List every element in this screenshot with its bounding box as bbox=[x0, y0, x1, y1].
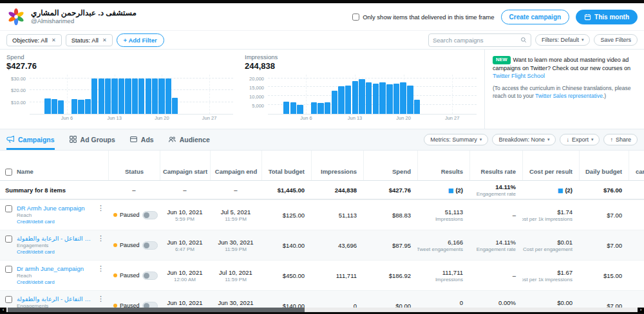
search-input[interactable] bbox=[433, 37, 520, 44]
account-handle: @Almisharimed bbox=[31, 17, 137, 24]
header-actions: Only show items that delivered in this t… bbox=[352, 10, 638, 24]
new-badge: NEW bbox=[493, 56, 511, 64]
metrics-button[interactable]: Metrics: Summary ▾ bbox=[424, 134, 488, 145]
filters-default-button[interactable]: Filters: Default ▾ bbox=[535, 34, 591, 46]
select-all-checkbox[interactable] bbox=[5, 169, 12, 176]
x-tick-label: Jun 13 bbox=[107, 115, 122, 121]
status-toggle[interactable] bbox=[142, 272, 158, 280]
account-logo bbox=[6, 7, 26, 26]
cell-status: Paused bbox=[108, 230, 160, 260]
chart-bar bbox=[99, 78, 104, 114]
column-header-name[interactable]: Name bbox=[0, 151, 108, 180]
cell-value: $186.92 bbox=[389, 272, 411, 279]
row-menu-icon[interactable]: ⋮ bbox=[96, 265, 108, 272]
tab-ads[interactable]: Ads bbox=[129, 129, 154, 150]
ads-icon bbox=[129, 135, 138, 143]
funding-source-link[interactable]: Credit/debit card bbox=[17, 219, 91, 225]
chart-bar bbox=[125, 78, 131, 114]
horizontal-scrollbar[interactable]: ‹ › bbox=[0, 308, 644, 314]
cell-sublabel: 6:47 PM bbox=[175, 246, 194, 252]
column-header-impressions[interactable]: Impressions bbox=[311, 151, 363, 180]
row-checkbox[interactable] bbox=[5, 266, 12, 273]
cell-start: Jun 10, 202112:00 AM bbox=[160, 261, 210, 290]
column-header-spend[interactable]: Spend bbox=[363, 151, 417, 180]
column-header-extra[interactable]: can bbox=[629, 151, 644, 180]
row-menu-icon[interactable]: ⋮ bbox=[96, 205, 108, 212]
tab-ad-groups[interactable]: Ad Groups bbox=[69, 129, 115, 150]
cell-value: – bbox=[132, 187, 135, 194]
time-range-label: This month bbox=[594, 14, 629, 21]
add-filter-button[interactable]: + Add Filter bbox=[117, 33, 164, 47]
campaign-objective: Reach bbox=[17, 273, 91, 279]
campaign-name-link[interactable]: DR Armh June campaign bbox=[17, 205, 91, 212]
row-menu-icon[interactable]: ⋮ bbox=[96, 235, 108, 242]
name-block: Dr armh June_campaignReachCredit/debit c… bbox=[17, 265, 91, 285]
scrollbar-track[interactable] bbox=[6, 308, 638, 312]
breakdown-button[interactable]: Breakdown: None ▾ bbox=[492, 134, 556, 145]
tab-campaigns[interactable]: Campaigns bbox=[6, 129, 55, 150]
column-header-rate[interactable]: Results rate bbox=[469, 151, 522, 180]
create-campaign-button[interactable]: Create campaign bbox=[501, 10, 570, 24]
summary-label: Summary for 8 items bbox=[0, 181, 108, 199]
tab-label: Campaigns bbox=[18, 136, 55, 143]
column-header-status[interactable]: Status bbox=[108, 151, 160, 180]
save-filters-button[interactable]: Save Filters bbox=[594, 34, 638, 46]
cell-extra bbox=[629, 261, 644, 290]
row-checkbox[interactable] bbox=[5, 205, 12, 212]
column-header-budget[interactable]: Total budget bbox=[261, 151, 311, 180]
tab-audience[interactable]: Audience bbox=[168, 129, 210, 150]
x-axis: Jun 6Jun 13Jun 20Jun 27 bbox=[268, 114, 477, 122]
cell-value: 6,166 bbox=[448, 239, 463, 246]
scrollbar-thumb[interactable] bbox=[8, 308, 305, 312]
row-checkbox[interactable] bbox=[5, 296, 12, 303]
column-header-results[interactable]: Results bbox=[417, 151, 469, 180]
cell-daily: $76.00 bbox=[579, 181, 629, 199]
chevron-down-icon: ▾ bbox=[480, 137, 482, 142]
delivered-label: Only show items that delivered in this t… bbox=[363, 14, 494, 21]
scroll-right-icon[interactable]: › bbox=[638, 308, 644, 313]
scroll-left-icon[interactable]: ‹ bbox=[0, 308, 6, 313]
cell-daily: $15.00 bbox=[579, 261, 629, 290]
chart-bar bbox=[393, 84, 399, 114]
cell-start: Jun 10, 20215:59 PM bbox=[160, 200, 210, 230]
column-header-daily[interactable]: Daily budget bbox=[579, 151, 629, 180]
campaign-name-link[interactable]: حملة التفاعل - الرعاية والطفولة bbox=[17, 235, 91, 242]
status-toggle[interactable] bbox=[142, 241, 158, 250]
sales-rep-link[interactable]: Twitter Sales representative bbox=[535, 93, 603, 99]
filter-chip-objective[interactable]: Objective: All ✕ bbox=[6, 34, 62, 46]
delivered-filter[interactable]: Only show items that delivered in this t… bbox=[352, 14, 494, 21]
chart-bar bbox=[311, 102, 317, 114]
row-menu-icon[interactable]: ⋮ bbox=[96, 295, 108, 302]
row-checkbox[interactable] bbox=[5, 236, 12, 243]
cell-value: $0.00 bbox=[557, 299, 573, 306]
column-header-start[interactable]: Campaign start bbox=[160, 151, 210, 180]
search-box[interactable] bbox=[428, 33, 531, 47]
y-tick-label: $30.00 bbox=[11, 75, 26, 81]
time-range-button[interactable]: This month bbox=[576, 10, 638, 24]
cell-name: Dr armh June_campaignReachCredit/debit c… bbox=[0, 261, 108, 290]
chart-bar bbox=[407, 86, 413, 114]
status-toggle[interactable] bbox=[142, 211, 158, 219]
breakdown-label: Breakdown: None bbox=[498, 136, 545, 143]
delivered-checkbox[interactable] bbox=[352, 14, 359, 21]
bars bbox=[268, 75, 477, 114]
remove-filter-icon[interactable]: ✕ bbox=[52, 37, 56, 43]
funding-source-link[interactable]: Credit/debit card bbox=[17, 249, 91, 255]
campaign-name-link[interactable]: Dr armh June_campaign bbox=[17, 265, 91, 272]
flight-school-link[interactable]: Twitter Flight School bbox=[493, 73, 545, 79]
filter-chip-status[interactable]: Status: All ✕ bbox=[66, 34, 113, 46]
y-axis: 5,00010,00015,00020,000 bbox=[245, 75, 268, 115]
filter-chip-label: Objective: All bbox=[12, 37, 48, 44]
y-tick-label: 10,000 bbox=[249, 93, 264, 99]
table-body: Summary for 8 items–––$1,445.00244,838$4… bbox=[0, 180, 644, 314]
share-button[interactable]: ↑ Share bbox=[603, 134, 638, 145]
funding-source-link[interactable]: Credit/debit card bbox=[17, 279, 91, 285]
cell-value: Jun 30, 2021 bbox=[218, 299, 254, 306]
remove-filter-icon[interactable]: ✕ bbox=[102, 37, 107, 43]
cell-sublabel: Impressions bbox=[435, 216, 463, 222]
column-header-cost[interactable]: Cost per result bbox=[522, 151, 579, 180]
campaign-name-link[interactable]: حملة التفاعل - الرعاية والطفولة bbox=[17, 295, 91, 302]
export-button[interactable]: ↓ Export ▾ bbox=[560, 134, 600, 145]
column-header-end[interactable]: Campaign end bbox=[210, 151, 261, 180]
paused-dot bbox=[113, 243, 117, 247]
